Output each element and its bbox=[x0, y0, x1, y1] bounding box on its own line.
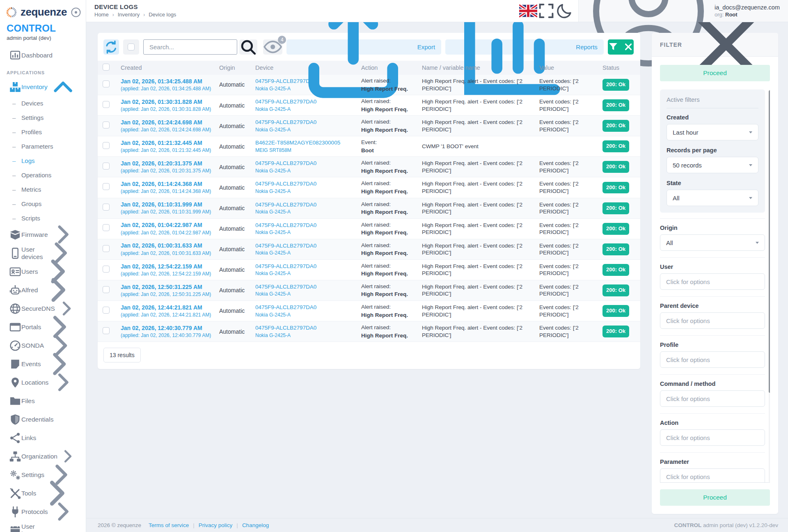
device-id-link[interactable]: 0475F9-ALCLB2797DA0 bbox=[255, 201, 355, 209]
column-header-name[interactable]: Name / variable name bbox=[422, 64, 539, 71]
filter-option-input[interactable] bbox=[660, 429, 765, 446]
applied-link[interactable]: (applied: Jan 02, 2026, 01:24:24.698 AM) bbox=[121, 127, 213, 133]
scrollbar-thumb[interactable] bbox=[769, 90, 770, 393]
device-model-link[interactable]: Nokia G-2425-A bbox=[255, 271, 355, 277]
origin-filter-select[interactable]: All bbox=[660, 234, 765, 251]
device-id-link[interactable]: 0475F9-ALCLB2797DA0 bbox=[255, 78, 355, 85]
refresh-button[interactable] bbox=[103, 39, 119, 55]
row-checkbox[interactable] bbox=[103, 307, 110, 314]
dark-mode-moon-icon[interactable] bbox=[555, 0, 573, 22]
row-checkbox[interactable] bbox=[103, 142, 110, 149]
applied-link[interactable]: (applied: Jan 02, 2026, 01:10:31.999 AM) bbox=[121, 209, 213, 216]
device-model-link[interactable]: Nokia G-2425-A bbox=[255, 86, 355, 92]
created-link[interactable]: Jan 02, 2026, 12:40:30.779 AM bbox=[121, 324, 213, 332]
sidebar-item[interactable]: Credentials bbox=[0, 410, 86, 429]
applied-link[interactable]: (applied: Jan 02, 2026, 12:50:31.225 AM) bbox=[121, 291, 213, 298]
sidebar-subitem[interactable]: Groups bbox=[0, 197, 86, 211]
created-link[interactable]: Jan 02, 2026, 01:20:31.375 AM bbox=[121, 160, 213, 167]
sidebar-item[interactable]: Links bbox=[0, 429, 86, 447]
column-header-value[interactable]: Value bbox=[539, 64, 602, 71]
sidebar-subitem[interactable]: Metrics bbox=[0, 182, 86, 197]
column-header-action[interactable]: Action bbox=[361, 64, 422, 71]
device-model-link[interactable]: Nokia G-2425-A bbox=[255, 229, 355, 236]
filter-toggle-button[interactable] bbox=[608, 39, 634, 55]
row-checkbox[interactable] bbox=[103, 224, 110, 231]
user-menu[interactable]: ia_docs@zequenze.com org: Root bbox=[578, 0, 788, 22]
applied-link[interactable]: (applied: Jan 02, 2026, 01:04:22.987 AM) bbox=[121, 230, 213, 236]
state-filter-select[interactable]: All bbox=[667, 190, 758, 206]
device-id-link[interactable]: 0475F9-ALCLB2797DA0 bbox=[255, 324, 355, 332]
sidebar-subitem[interactable]: Parameters bbox=[0, 139, 86, 154]
applied-link[interactable]: (applied: Jan 02, 2026, 01:20:31.375 AM) bbox=[121, 168, 213, 174]
created-link[interactable]: Jan 02, 2026, 01:34:25.488 AM bbox=[121, 78, 213, 85]
device-id-link[interactable]: B4622E-T858M2AGYE082300005 bbox=[255, 139, 355, 147]
row-checkbox[interactable] bbox=[103, 286, 110, 293]
filter-option-input[interactable] bbox=[660, 390, 765, 407]
reports-button[interactable]: Reports bbox=[445, 39, 604, 55]
proceed-button-top[interactable]: Proceed bbox=[660, 65, 770, 81]
created-link[interactable]: Jan 02, 2026, 01:00:31.633 AM bbox=[121, 242, 213, 249]
device-model-link[interactable]: Nokia G-2425-A bbox=[255, 250, 355, 257]
device-model-link[interactable]: Nokia G-2425-A bbox=[255, 168, 355, 174]
device-id-link[interactable]: 0475F9-ALCLB2797DA0 bbox=[255, 160, 355, 167]
row-checkbox[interactable] bbox=[103, 245, 110, 252]
column-header-created[interactable]: Created bbox=[121, 64, 219, 71]
applied-link[interactable]: (applied: Jan 02, 2026, 01:30:31.828 AM) bbox=[121, 106, 213, 113]
row-checkbox[interactable] bbox=[103, 204, 110, 211]
device-id-link[interactable]: 0475F9-ALCLB2797DA0 bbox=[255, 242, 355, 250]
proceed-button-bottom[interactable]: Proceed bbox=[660, 489, 770, 506]
row-checkbox[interactable] bbox=[103, 266, 110, 273]
row-checkbox[interactable] bbox=[103, 327, 110, 334]
device-id-link[interactable]: 0475F9-ALCLB2797DA0 bbox=[255, 222, 355, 229]
created-filter-select[interactable]: Last hour bbox=[667, 124, 758, 140]
created-link[interactable]: Jan 02, 2026, 12:50:31.225 AM bbox=[121, 283, 213, 291]
sidebar-subitem[interactable]: Operations bbox=[0, 168, 86, 182]
column-header-device[interactable]: Device bbox=[255, 64, 361, 71]
columns-visibility-button[interactable]: 4 bbox=[263, 39, 282, 55]
device-id-link[interactable]: 0475F9-ALCLB2797DA0 bbox=[255, 180, 355, 188]
search-input[interactable] bbox=[143, 39, 237, 55]
breadcrumb-home[interactable]: Home bbox=[94, 11, 109, 18]
footer-link[interactable]: Changelog bbox=[232, 522, 269, 528]
filter-option-input[interactable] bbox=[660, 351, 765, 368]
device-model-link[interactable]: Nokia G-2425-A bbox=[255, 312, 355, 319]
applied-link[interactable]: (applied: Jan 02, 2026, 12:54:22.159 AM) bbox=[121, 271, 213, 277]
applied-link[interactable]: (applied: Jan 02, 2026, 12:40:30.779 AM) bbox=[121, 332, 213, 339]
sidebar-item-inventory[interactable]: Inventory bbox=[0, 78, 86, 96]
clear-filter-x-icon[interactable] bbox=[623, 41, 634, 52]
sidebar-subitem[interactable]: Profiles bbox=[0, 125, 86, 139]
column-header-origin[interactable]: Origin bbox=[219, 64, 255, 71]
filter-option-input[interactable] bbox=[660, 273, 765, 290]
device-id-link[interactable]: 0475F9-ALCLB2797DA0 bbox=[255, 119, 355, 126]
device-model-link[interactable]: Nokia G-2425-A bbox=[255, 188, 355, 195]
footer-link[interactable]: Privacy policy bbox=[189, 522, 232, 528]
device-model-link[interactable]: Nokia G-2425-A bbox=[255, 106, 355, 113]
records-filter-select[interactable]: 50 records bbox=[667, 157, 758, 173]
created-link[interactable]: Jan 02, 2026, 12:44:21.821 AM bbox=[121, 304, 213, 311]
sidebar-subitem[interactable]: Settings bbox=[0, 110, 86, 125]
sidebar-item-dashboard[interactable]: Dashboard bbox=[0, 46, 86, 64]
device-id-link[interactable]: 0475F9-ALCLB2797DA0 bbox=[255, 263, 355, 270]
row-checkbox[interactable] bbox=[103, 80, 110, 87]
results-count-button[interactable]: 13 results bbox=[103, 348, 141, 362]
row-checkbox[interactable] bbox=[103, 101, 110, 108]
row-checkbox[interactable] bbox=[103, 122, 110, 128]
language-flag-icon[interactable] bbox=[519, 0, 537, 22]
sidebar-pin-icon[interactable] bbox=[70, 7, 82, 18]
breadcrumb-inventory[interactable]: Inventory bbox=[118, 11, 140, 18]
applied-link[interactable]: (applied: Jan 02, 2026, 01:14:24.368 AM) bbox=[121, 188, 213, 195]
device-id-link[interactable]: 0475F9-ALCLB2797DA0 bbox=[255, 304, 355, 311]
export-button[interactable]: Export bbox=[286, 39, 441, 55]
select-all-button[interactable] bbox=[123, 39, 139, 55]
created-link[interactable]: Jan 02, 2026, 01:21:32.445 AM bbox=[121, 139, 213, 147]
select-all-checkbox[interactable] bbox=[128, 44, 135, 50]
parameter-filter-input[interactable] bbox=[660, 468, 765, 483]
device-model-link[interactable]: Nokia G-2425-A bbox=[255, 127, 355, 133]
applied-link[interactable]: (applied: Jan 02, 2026, 01:21:32.445 AM) bbox=[121, 147, 213, 154]
sidebar-subitem[interactable]: Logs bbox=[0, 154, 86, 168]
filter-option-input[interactable] bbox=[660, 312, 765, 329]
created-link[interactable]: Jan 02, 2026, 01:30:31.828 AM bbox=[121, 98, 213, 105]
applied-link[interactable]: (applied: Jan 02, 2026, 01:00:31.633 AM) bbox=[121, 250, 213, 257]
device-id-link[interactable]: 0475F9-ALCLB2797DA0 bbox=[255, 98, 355, 105]
applied-link[interactable]: (applied: Jan 02, 2026, 12:44:21.821 AM) bbox=[121, 312, 213, 319]
